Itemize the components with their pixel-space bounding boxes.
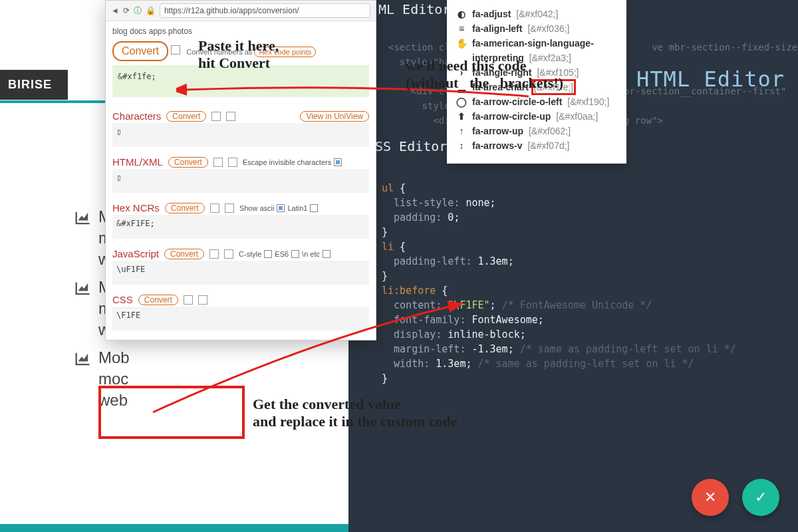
copy-icon[interactable]	[210, 203, 219, 213]
bg-logo: BIRISE	[0, 70, 68, 100]
fa-list-row[interactable]: ≡fa-align-left[&#xf036;]	[456, 21, 617, 36]
fa-code: [&#xf062;]	[529, 126, 571, 136]
section-output[interactable]: \F1FE	[112, 307, 369, 331]
copy-icon[interactable]	[209, 249, 219, 259]
section-option[interactable]: Show ascii Latin1	[239, 204, 319, 212]
fa-name: fa-area-chart	[472, 82, 529, 92]
select-icon[interactable]	[224, 249, 233, 259]
fa-icon: ▂	[456, 82, 467, 92]
info-icon[interactable]: ⓘ	[134, 5, 142, 17]
section-output[interactable]: ▯	[112, 169, 369, 193]
hex-pill[interactable]: Hex code points	[254, 47, 316, 57]
convert-button[interactable]: Convert	[112, 41, 168, 61]
fa-name: fa-angle-right	[472, 67, 531, 78]
fa-name: interpreting	[472, 53, 524, 63]
copy-icon[interactable]	[184, 295, 193, 305]
fa-icon: ↑	[456, 126, 467, 136]
fa-name: fa-arrows-v	[472, 140, 522, 151]
fa-icon: ↕	[456, 140, 467, 151]
css-editor-label: SS Editor:	[375, 138, 455, 154]
convert-button-small[interactable]: Convert	[165, 203, 205, 213]
converter-input[interactable]: &#xf1fe;	[112, 65, 369, 97]
converter-section: Hex NCRsConvertShow ascii Latin1 &#xF1FE…	[112, 202, 369, 239]
fa-code: [&#xf036;]	[527, 23, 569, 34]
fa-code: [&#xf07d;]	[527, 140, 569, 151]
select-icon[interactable]	[225, 203, 234, 213]
copy-icon[interactable]	[211, 112, 221, 121]
fa-icon: ⬆	[456, 111, 467, 122]
browser-toolbar: ◄ ⟳ ⓘ 🔒 https://r12a.github.io/apps/conv…	[106, 1, 376, 21]
section-option[interactable]: Escape invisible characters	[243, 158, 342, 166]
fa-list-row[interactable]: ✋fa-american-sign-language-	[456, 36, 617, 51]
section-title: CSS	[112, 294, 133, 305]
area-chart-icon	[73, 279, 92, 298]
converter-window: ◄ ⟳ ⓘ 🔒 https://r12a.github.io/apps/conv…	[105, 0, 376, 340]
css-code[interactable]: ul { list-style: none; padding: 0; } li …	[382, 181, 736, 386]
section-output[interactable]: \uF1FE	[112, 261, 369, 285]
fa-code: [&#xf1fe;]	[534, 82, 573, 92]
fontawesome-icon-list[interactable]: ◐fa-adjust[&#xf042;]≡fa-align-left[&#xf0…	[447, 0, 626, 164]
fa-list-row[interactable]: ◐fa-adjust[&#xf042;]	[456, 7, 617, 21]
fa-code: [&#xf190;]	[567, 96, 609, 107]
convert-button-small[interactable]: Convert	[138, 295, 178, 305]
section-output[interactable]: &#xF1FE;	[112, 215, 369, 239]
lock-icon: 🔒	[146, 6, 156, 15]
back-icon[interactable]: ◄	[111, 6, 119, 15]
section-title: Characters	[112, 110, 161, 122]
section-title: HTML/XML	[112, 156, 163, 168]
fa-list-row[interactable]: ↕fa-arrows-v[&#xf07d;]	[456, 138, 617, 153]
section-output[interactable]: ▯	[112, 123, 369, 147]
fa-name: fa-arrow-up	[472, 126, 523, 136]
converter-section: CharactersConvertView in UniView▯	[112, 110, 369, 147]
fa-code: [&#xf2a3;]	[529, 53, 571, 63]
ok-button[interactable]: ✓	[742, 479, 779, 516]
section-title: JavaScript	[112, 248, 159, 259]
section-title: Hex NCRs	[112, 202, 160, 213]
fa-icon: ✋	[456, 38, 467, 49]
fa-list-row[interactable]: interpreting[&#xf2a3;]	[456, 51, 617, 65]
select-icon[interactable]	[226, 112, 235, 121]
converter-section: JavaScriptConvertC-style ES6 \n etc \uF1…	[112, 248, 369, 285]
fa-code: [&#xf042;]	[516, 9, 558, 19]
copy-icon[interactable]	[171, 45, 180, 55]
converter-section: HTML/XMLConvertEscape invisible characte…	[112, 156, 369, 193]
select-icon[interactable]	[228, 158, 237, 167]
fa-icon: ≡	[456, 23, 467, 34]
convert-button-small[interactable]: Convert	[168, 157, 208, 168]
converter-section: CSSConvert\F1FE	[112, 294, 369, 331]
reload-icon[interactable]: ⟳	[123, 6, 130, 15]
convert-button-small[interactable]: Convert	[164, 249, 204, 259]
section-option[interactable]: C-style ES6 \n etc	[239, 250, 331, 258]
view-uniview-button[interactable]: View in UniView	[300, 111, 369, 122]
fa-list-row[interactable]: ◯fa-arrow-circle-o-left[&#xf190;]	[456, 94, 617, 109]
fa-name: fa-arrow-circle-up	[472, 111, 551, 122]
convert-button-small[interactable]: Convert	[166, 111, 206, 122]
fa-icon: ›	[456, 67, 467, 78]
fa-list-row[interactable]: ⬆fa-arrow-circle-up[&#xf0aa;]	[456, 109, 617, 124]
fa-name: fa-adjust	[472, 9, 511, 19]
copy-icon[interactable]	[213, 158, 223, 167]
cancel-button[interactable]: ✕	[692, 479, 729, 516]
fa-name: fa-american-sign-language-	[472, 38, 594, 49]
fa-name: fa-arrow-circle-o-left	[472, 96, 562, 107]
fa-list-row[interactable]: ▂fa-area-chart[&#xf1fe;]	[456, 80, 617, 94]
url-bar[interactable]: https://r12a.github.io/apps/conversion/	[160, 3, 370, 18]
fa-code: [&#xf0aa;]	[556, 111, 598, 122]
fa-list-row[interactable]: ↑fa-arrow-up[&#xf062;]	[456, 124, 617, 138]
fa-list-row[interactable]: ›fa-angle-right[&#xf105;]	[456, 65, 617, 80]
fa-code: [&#xf105;]	[537, 67, 579, 78]
select-icon[interactable]	[198, 295, 207, 305]
breadcrumb[interactable]: blog docs apps photos	[112, 27, 369, 36]
fa-icon: ◐	[456, 9, 467, 19]
fa-name: fa-align-left	[472, 23, 522, 34]
area-chart-icon	[73, 350, 92, 368]
area-chart-icon	[73, 209, 92, 227]
fa-icon: ◯	[456, 96, 467, 107]
